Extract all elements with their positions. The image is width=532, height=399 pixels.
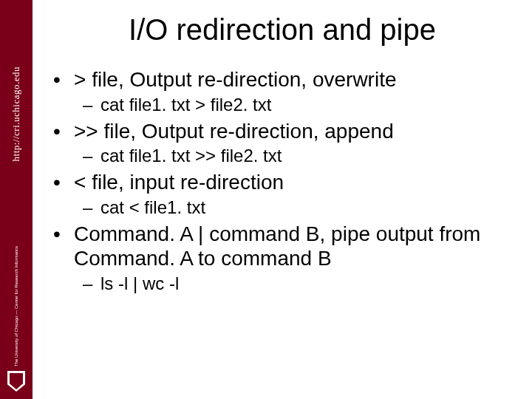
rail-logo: The University of Chicago — Center for R… bbox=[6, 246, 27, 392]
list-item-text: < file, input re-direction bbox=[74, 170, 511, 195]
list-item-text: cat < file1. txt bbox=[100, 197, 511, 219]
bullet-icon: • bbox=[53, 170, 74, 195]
dash-icon: – bbox=[83, 197, 100, 219]
dash-icon: – bbox=[83, 273, 100, 295]
list-item: –cat < file1. txt bbox=[53, 197, 511, 219]
dash-icon: – bbox=[83, 145, 100, 167]
list-item: –ls -l | wc -l bbox=[53, 273, 511, 295]
slide: http://cri.uchicago.edu The University o… bbox=[0, 0, 532, 399]
list-item-text: cat file1. txt > file2. txt bbox=[100, 94, 511, 116]
list-item: •>> file, Output re-direction, append bbox=[53, 119, 511, 144]
list-item: –cat file1. txt >> file2. txt bbox=[53, 145, 511, 167]
rail-url: http://cri.uchicago.edu bbox=[10, 66, 22, 161]
list-item-text: >> file, Output re-direction, append bbox=[74, 119, 511, 144]
list-item-text: Command. A | command B, pipe output from… bbox=[74, 222, 511, 271]
list-item-text: cat file1. txt >> file2. txt bbox=[100, 145, 511, 167]
list-item: •< file, input re-direction bbox=[53, 170, 511, 195]
rail-logo-label: The University of Chicago — Center for R… bbox=[14, 246, 18, 366]
main: I/O redirection and pipe •> file, Output… bbox=[33, 0, 532, 399]
list-item: •Command. A | command B, pipe output fro… bbox=[53, 222, 511, 271]
bullet-icon: • bbox=[53, 119, 74, 144]
list-item: –cat file1. txt > file2. txt bbox=[53, 94, 511, 116]
dash-icon: – bbox=[83, 94, 100, 116]
list-item-text: > file, Output re-direction, overwrite bbox=[74, 67, 511, 92]
list-item: •> file, Output re-direction, overwrite bbox=[53, 67, 511, 92]
content: •> file, Output re-direction, overwrite … bbox=[33, 67, 532, 295]
bullet-icon: • bbox=[53, 67, 74, 92]
shield-icon bbox=[7, 371, 25, 392]
left-rail: http://cri.uchicago.edu The University o… bbox=[0, 0, 33, 399]
bullet-icon: • bbox=[53, 222, 74, 271]
list-item-text: ls -l | wc -l bbox=[100, 273, 511, 295]
slide-title: I/O redirection and pipe bbox=[33, 0, 532, 67]
